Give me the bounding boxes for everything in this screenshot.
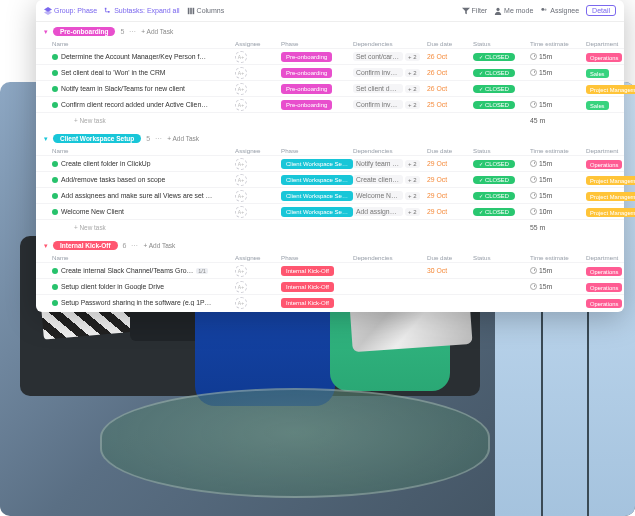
dependencies-cell[interactable]: Welcome New Clie…+ 2 <box>353 191 423 200</box>
add-task-link[interactable]: + Add Task <box>141 28 173 35</box>
department-tag[interactable]: Project Management <box>586 85 635 94</box>
time-estimate[interactable]: 10m <box>530 208 582 215</box>
assignee-add-icon[interactable]: A+ <box>235 281 247 293</box>
time-estimate[interactable]: 15m <box>530 53 582 60</box>
assignee-control[interactable]: Assignee <box>540 7 579 15</box>
phase-pill[interactable]: Client Workspace Se… <box>281 191 353 201</box>
task-row[interactable]: Setup Password sharing in the software (… <box>36 294 624 310</box>
task-row[interactable]: Create internal Slack Channel/Teams Gro…… <box>36 262 624 278</box>
phase-pill[interactable]: Internal Kick-Off <box>281 282 334 292</box>
phase-pill[interactable]: Pre-onboarding <box>281 68 332 78</box>
group-by-control[interactable]: Group: Phase <box>44 7 97 15</box>
department-tag[interactable]: Operations <box>586 267 622 276</box>
department-tag[interactable]: Operations <box>586 283 622 292</box>
department-tag[interactable]: Project Management <box>586 192 635 201</box>
dependencies-cell[interactable]: Add assignees an…+ 2 <box>353 207 423 216</box>
ellipsis-icon[interactable]: ⋯ <box>129 28 136 36</box>
due-date[interactable]: 29 Oct <box>427 176 469 183</box>
department-tag[interactable]: Operations <box>586 299 622 308</box>
assignee-add-icon[interactable]: A+ <box>235 297 247 309</box>
status-badge[interactable]: CLOSED <box>473 101 515 109</box>
ellipsis-icon[interactable]: ⋯ <box>131 242 138 250</box>
collapse-icon[interactable]: ▾ <box>44 135 48 143</box>
task-row[interactable]: Add/remove tasks based on scopeA+Client … <box>36 171 624 187</box>
assignee-add-icon[interactable]: A+ <box>235 158 247 170</box>
status-badge[interactable]: CLOSED <box>473 176 515 184</box>
header-assignee: Assignee <box>235 147 277 154</box>
due-date[interactable]: 26 Oct <box>427 85 469 92</box>
assignee-add-icon[interactable]: A+ <box>235 206 247 218</box>
new-task-link[interactable]: + New task <box>52 115 231 126</box>
status-badge[interactable]: CLOSED <box>473 192 515 200</box>
time-estimate[interactable]: 15m <box>530 101 582 108</box>
new-task-link[interactable]: + New task <box>52 222 231 233</box>
task-row[interactable]: Welcome New ClientA+Client Workspace Se…… <box>36 203 624 219</box>
task-row[interactable]: Create client folder in ClickUpA+Client … <box>36 155 624 171</box>
due-date[interactable]: 26 Oct <box>427 69 469 76</box>
task-row[interactable]: Set client deal to 'Won' in the CRMA+Pre… <box>36 64 624 80</box>
add-task-link[interactable]: + Add Task <box>143 242 175 249</box>
due-date[interactable]: 26 Oct <box>427 53 469 60</box>
phase-pill[interactable]: Client Workspace Se… <box>281 159 353 169</box>
columns-control[interactable]: Columns <box>187 7 225 15</box>
phase-pill[interactable]: Client Workspace Se… <box>281 175 353 185</box>
department-tag[interactable]: Project Management <box>586 176 635 185</box>
time-estimate[interactable]: 15m <box>530 69 582 76</box>
collapse-icon[interactable]: ▾ <box>44 28 48 36</box>
subtasks-control[interactable]: Subtasks: Expand all <box>104 7 179 15</box>
status-badge[interactable]: CLOSED <box>473 208 515 216</box>
department-tag[interactable]: Operations <box>586 53 622 62</box>
dependencies-cell[interactable]: Set client deal to…+ 2 <box>353 84 423 93</box>
filter-control[interactable]: Filter <box>462 7 488 15</box>
add-task-link[interactable]: + Add Task <box>167 135 199 142</box>
department-tag[interactable]: Project Management <box>586 208 635 217</box>
status-badge[interactable]: CLOSED <box>473 53 515 61</box>
time-estimate[interactable]: 15m <box>530 283 582 290</box>
status-badge[interactable]: CLOSED <box>473 85 515 93</box>
task-row[interactable]: Setup client folder in Google DriveA+Int… <box>36 278 624 294</box>
me-mode-control[interactable]: Me mode <box>494 7 533 15</box>
phase-pill[interactable]: Pre-onboarding <box>281 52 332 62</box>
assignee-add-icon[interactable]: A+ <box>235 67 247 79</box>
status-badge[interactable]: CLOSED <box>473 160 515 168</box>
time-estimate[interactable]: 15m <box>530 160 582 167</box>
status-badge[interactable]: CLOSED <box>473 69 515 77</box>
due-date[interactable]: 29 Oct <box>427 192 469 199</box>
phase-pill[interactable]: Internal Kick-Off <box>281 298 334 308</box>
assignee-add-icon[interactable]: A+ <box>235 51 247 63</box>
dependencies-cell[interactable]: Confirm invoice h…+ 2 <box>353 68 423 77</box>
due-date[interactable]: 29 Oct <box>427 208 469 215</box>
group-pill-iko[interactable]: Internal Kick-Off <box>53 241 118 250</box>
task-row[interactable]: Notify team in Slack/Teams for new clien… <box>36 80 624 96</box>
time-estimate[interactable]: 15m <box>530 192 582 199</box>
assignee-add-icon[interactable]: A+ <box>235 265 247 277</box>
assignee-add-icon[interactable]: A+ <box>235 83 247 95</box>
department-tag[interactable]: Sales <box>586 69 609 78</box>
department-tag[interactable]: Sales <box>586 101 609 110</box>
task-row[interactable]: Confirm client record added under Active… <box>36 96 624 112</box>
phase-pill[interactable]: Client Workspace Se… <box>281 207 353 217</box>
collapse-icon[interactable]: ▾ <box>44 242 48 250</box>
assignee-add-icon[interactable]: A+ <box>235 190 247 202</box>
task-row[interactable]: Add assignees and make sure all Views ar… <box>36 187 624 203</box>
phase-pill[interactable]: Pre-onboarding <box>281 100 332 110</box>
assignee-add-icon[interactable]: A+ <box>235 99 247 111</box>
group-pill-pre[interactable]: Pre-onboarding <box>53 27 115 36</box>
assignee-add-icon[interactable]: A+ <box>235 174 247 186</box>
ellipsis-icon[interactable]: ⋯ <box>155 135 162 143</box>
task-row[interactable]: Determine the Account Manager/Key Person… <box>36 48 624 64</box>
due-date[interactable]: 30 Oct <box>427 267 469 274</box>
group-pill-cws[interactable]: Client Workspace Setup <box>53 134 141 143</box>
dependencies-cell[interactable]: Create client fold…+ 2 <box>353 175 423 184</box>
phase-pill[interactable]: Internal Kick-Off <box>281 266 334 276</box>
phase-pill[interactable]: Pre-onboarding <box>281 84 332 94</box>
dependencies-cell[interactable]: Notify team in Sla…+ 2 <box>353 159 423 168</box>
detail-button[interactable]: Detail <box>586 5 616 16</box>
dependencies-cell[interactable]: Set cont/care to…+ 2 <box>353 52 423 61</box>
time-estimate[interactable]: 15m <box>530 176 582 183</box>
due-date[interactable]: 29 Oct <box>427 160 469 167</box>
dependencies-cell[interactable]: Confirm invoice h…+ 2 <box>353 100 423 109</box>
department-tag[interactable]: Operations <box>586 160 622 169</box>
due-date[interactable]: 25 Oct <box>427 101 469 108</box>
time-estimate[interactable]: 15m <box>530 267 582 274</box>
